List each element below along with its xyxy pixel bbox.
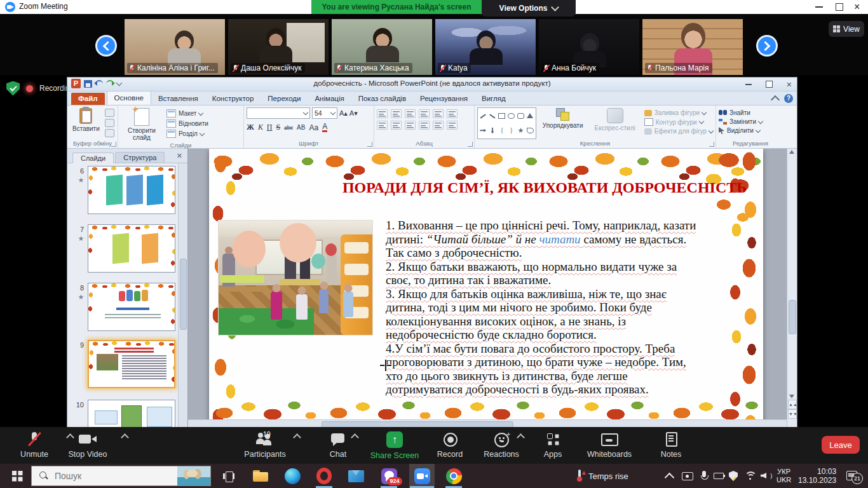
shape-fill-button[interactable]: Заливка фігури [644,109,713,116]
character-spacing-button[interactable]: АВ [297,124,305,131]
apps-button[interactable]: Apps [524,431,582,459]
video-options-caret[interactable] [121,433,129,442]
participants-button[interactable]: 19 Participants [236,431,294,459]
tray-expand-button[interactable] [666,464,673,488]
chat-button[interactable]: Chat [309,431,367,459]
justify-icon[interactable] [419,121,430,130]
participants-caret[interactable] [293,433,301,442]
tray-network[interactable] [741,464,759,488]
tab-slideshow[interactable]: Показ слайдів [351,92,413,105]
notification-center-button[interactable]: 21 [840,464,865,488]
viber-button[interactable]: 924 [376,464,402,488]
maximize-button[interactable] [836,0,843,14]
hyperlink[interactable]: читати [539,233,580,246]
slide-thumbnail-9-selected[interactable] [88,340,175,388]
panel-tab-outline[interactable]: Структура [115,152,165,163]
paste-button[interactable]: Вставити [70,107,102,133]
replace-button[interactable]: Замінити [719,118,763,125]
shape-outline-button[interactable]: Контур фігури [644,118,713,126]
help-icon[interactable]: ? [784,94,793,103]
section-button[interactable]: Розділ [166,130,208,138]
format-painter-icon[interactable] [105,129,114,137]
panel-scrollbar[interactable] [178,163,187,428]
mail-button[interactable] [343,464,369,488]
grow-font-button[interactable]: А▴ [339,109,348,118]
scroll-up-icon[interactable] [789,150,794,154]
select-button[interactable]: Виділити [719,127,763,134]
clear-formatting-button[interactable]: abc [284,124,293,131]
close-button[interactable]: × [854,0,860,14]
decrease-indent-icon[interactable] [405,109,416,118]
underline-button[interactable]: П [267,123,273,132]
slide-canvas[interactable]: ПОРАДИ ДЛЯ СІМ’Ї, ЯК ВИХОВАТИ ДОБРОЧЕСНІ… [209,149,763,423]
font-dialog-launcher[interactable] [367,142,372,147]
line-spacing-icon[interactable] [433,109,444,118]
view-options-button[interactable]: View Options [482,0,576,17]
participant-video[interactable]: Катерина Хаєцька [332,19,432,75]
participant-video[interactable]: Калініна Аліна і Григ... [125,19,225,75]
whiteboards-button[interactable]: Whiteboards [580,431,639,459]
chrome-button[interactable] [441,464,466,488]
participant-video[interactable]: Katya [435,19,536,75]
tab-home[interactable]: Основне [107,91,151,105]
record-button[interactable]: Record [421,431,479,459]
language-switcher[interactable]: УКРUKR [773,464,795,488]
scrollbar-thumb[interactable] [789,300,796,334]
search-input[interactable] [53,470,177,482]
tab-file[interactable]: Файл [71,93,105,105]
clipboard-dialog-launcher[interactable] [111,142,116,147]
task-view-button[interactable] [216,464,241,488]
scroll-down-icon[interactable] [789,395,794,398]
text-direction-icon[interactable] [447,109,458,118]
notes-button[interactable]: Notes [642,431,700,459]
clock[interactable]: 10:0313.10.2023 [793,464,841,488]
next-slide-button[interactable]: ▼▼ [788,409,797,419]
tab-design[interactable]: Конструктор [205,92,261,105]
shape-effects-button[interactable]: Ефекти для фігур [644,128,713,135]
collapse-ribbon-icon[interactable] [771,95,780,104]
weather-widget[interactable]: Temps rise [577,464,628,488]
unmute-button[interactable]: Unmute [5,431,64,459]
paragraph-dialog-launcher[interactable] [468,142,473,147]
taskbar-search[interactable] [31,466,211,486]
file-explorer-button[interactable] [248,464,273,488]
strikethrough-button[interactable]: S [276,123,281,132]
shapes-gallery[interactable]: {} [477,107,536,139]
ppt-restore-button[interactable] [766,81,773,88]
edge-button[interactable] [280,464,305,488]
italic-button[interactable]: К [258,123,263,132]
drawing-dialog-launcher[interactable] [709,142,714,147]
gallery-prev-button[interactable] [95,35,117,57]
align-right-icon[interactable] [405,121,416,130]
numbering-icon[interactable] [391,109,402,118]
align-left-icon[interactable] [377,121,388,130]
view-layout-button[interactable]: View [829,21,864,37]
change-case-button[interactable]: Aa [309,123,318,132]
tab-insert[interactable]: Вставлення [151,92,205,105]
font-name-box[interactable] [247,107,310,119]
slide-thumbnail-8[interactable] [88,283,175,331]
tray-cast[interactable] [679,464,696,488]
participant-video[interactable]: Пальона Марія [642,19,743,75]
start-button[interactable] [5,464,29,488]
tab-animations[interactable]: Анімація [308,92,351,105]
align-center-icon[interactable] [391,121,402,130]
copy-icon[interactable] [105,119,114,127]
panel-tab-slides[interactable]: Слайди [72,152,114,163]
share-screen-button[interactable]: ↑ Share Screen [365,431,424,460]
editor-scrollbar[interactable]: ▲▲ ▼▼ [787,149,797,428]
columns-icon[interactable] [433,121,444,130]
slide-thumbnail-10[interactable] [88,400,175,428]
layout-button[interactable]: Макет [166,109,208,118]
participant-video[interactable]: Даша Олексійчук [228,19,329,75]
tab-transitions[interactable]: Переходи [261,92,308,105]
arrange-button[interactable]: Упорядкувати [536,107,590,130]
smartart-convert-icon[interactable] [447,121,458,130]
minimize-button[interactable] [815,0,823,14]
find-button[interactable]: Знайти [719,109,763,116]
increase-indent-icon[interactable] [419,109,430,118]
reset-button[interactable]: Відновити [166,119,208,128]
new-slide-button[interactable]: Створити слайд [121,107,163,142]
tab-view[interactable]: Вигляд [475,92,513,105]
cut-icon[interactable] [105,109,114,117]
